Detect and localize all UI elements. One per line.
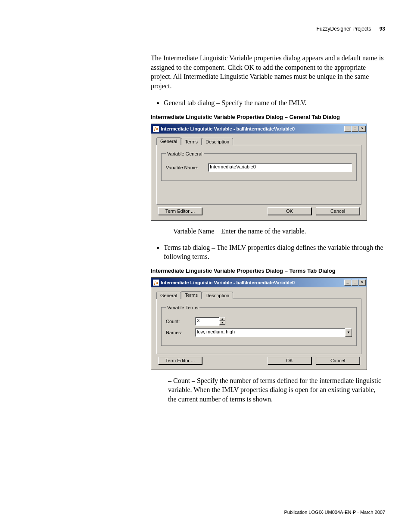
intro-paragraph: The Intermediate Linguistic Variable pro… [151,53,385,90]
spin-up-icon[interactable]: ▲ [219,317,225,321]
dash-count: Count – Specify the number of terms defi… [168,376,385,404]
page-number: 93 [380,26,385,32]
ok-button[interactable]: OK [268,357,311,364]
group-legend: Variable General [166,151,204,156]
window-title: Intermediate Linguistic Variable - ball\… [161,280,344,285]
chevron-down-icon[interactable]: ▼ [345,328,352,337]
tab-general[interactable]: General [156,292,181,299]
group-variable-terms: Variable Terms Count: 3 ▲ ▼ Names: [161,305,357,346]
close-button[interactable]: × [359,280,366,286]
caption-terms-dialog: Intermediate Linguistic Variable Propert… [151,268,385,274]
names-label: Names: [166,330,192,335]
window-title: Intermediate Linguistic Variable - ball\… [161,126,344,131]
term-editor-button[interactable]: Term Editor ... [158,357,202,364]
minimize-button[interactable]: _ [344,280,351,286]
cancel-button[interactable]: Cancel [316,207,360,215]
minimize-button[interactable]: _ [344,126,351,132]
term-editor-button[interactable]: Term Editor ... [158,207,202,215]
tab-terms[interactable]: Terms [181,138,202,145]
app-icon: ƒx [153,280,159,286]
tab-description[interactable]: Description [202,292,233,299]
group-legend: Variable Terms [166,305,199,310]
bullet-general-tab: General tab dialog – Specify the name of… [164,98,385,108]
variable-name-input[interactable]: IntermediateVariable0 [208,163,352,172]
titlebar[interactable]: ƒx Intermediate Linguistic Variable - ba… [151,124,367,134]
tab-terms[interactable]: Terms [181,291,202,299]
ok-button[interactable]: OK [268,207,311,215]
tab-general[interactable]: General [156,137,181,145]
caption-general-dialog: Intermediate Linguistic Variable Propert… [151,114,385,120]
publication-footer: Publication LOGIX-UM004A-EN-P - March 20… [284,510,385,515]
section-name: FuzzyDesigner Projects [317,26,371,32]
dialog-general: ƒx Intermediate Linguistic Variable - ba… [151,124,367,221]
tab-strip: General Terms Description [156,137,361,145]
maximize-button: □ [352,126,358,132]
cancel-button[interactable]: Cancel [316,357,360,364]
bullet-terms-tab: Terms tab dialog – The IMLV properties d… [164,243,385,261]
names-combo[interactable]: low, medium, high [195,328,345,337]
group-variable-general: Variable General Variable Name: Intermed… [161,151,357,181]
app-icon: ƒx [153,126,159,132]
count-label: Count: [166,319,192,324]
spin-down-icon[interactable]: ▼ [219,321,225,325]
dash-variable-name: Variable Name – Enter the name of the va… [168,227,385,236]
page-header: FuzzyDesigner Projects 93 [26,26,385,32]
dialog-terms: ƒx Intermediate Linguistic Variable - ba… [151,277,367,370]
count-input[interactable]: 3 [195,317,219,326]
maximize-button: □ [352,280,358,286]
titlebar[interactable]: ƒx Intermediate Linguistic Variable - ba… [151,278,367,287]
tab-strip: General Terms Description [156,291,361,299]
close-button[interactable]: × [359,126,366,132]
tab-description[interactable]: Description [202,138,233,145]
variable-name-label: Variable Name: [166,165,205,170]
